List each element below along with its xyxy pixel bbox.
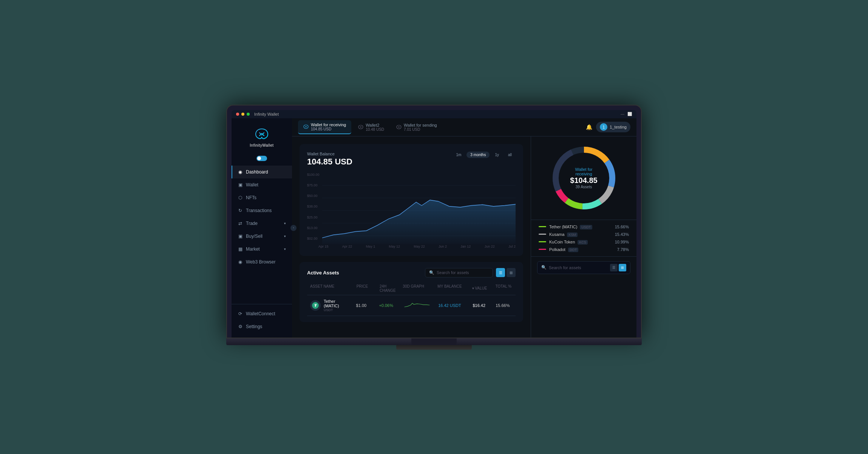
legend-dot-kusama <box>539 234 546 235</box>
x-label-7: Jan 12 <box>460 245 471 248</box>
content-area: Wallet Balance 104.85 USD 1m 3 months 1y… <box>292 136 636 338</box>
right-view-toggles: ☰ ⊞ <box>610 264 626 271</box>
nav-nfts[interactable]: ⬡ NFTs <box>232 191 292 204</box>
laptop-notch <box>411 338 457 345</box>
nav-settings[interactable]: ⚙ Settings <box>232 320 292 333</box>
wallet-tab-2-icon <box>358 124 363 130</box>
nav-dashboard[interactable]: ◉ Dashboard <box>232 166 292 178</box>
close-dot[interactable] <box>236 113 239 116</box>
tether-icon: ₮ <box>310 300 321 311</box>
asset-mini-chart <box>399 301 435 310</box>
trade-icon: ⇄ <box>238 221 243 226</box>
grid-view-button[interactable]: ⊞ <box>507 268 516 277</box>
legend-item-tether: Tether (MATIC) USDT 15.66% <box>539 225 629 229</box>
right-list-view-btn[interactable]: ☰ <box>610 264 618 271</box>
x-label-8: Jun 22 <box>485 245 495 248</box>
wallet-tab-1-name: Wallet for receiving <box>311 122 346 127</box>
legend-pct-kucoin: 10.99% <box>615 240 629 244</box>
walletconnect-icon: ⟳ <box>238 311 243 316</box>
legend-item-polkadot: Polkadot DOT 7.78% <box>539 247 629 252</box>
sidebar: InfinityWallet ◉ Dashboard ▣ Wallet ⬡ NF… <box>232 118 292 338</box>
time-all-button[interactable]: all <box>504 152 516 158</box>
list-view-button[interactable]: ☰ <box>496 268 505 277</box>
x-label-4: May 12 <box>389 245 400 248</box>
web3browser-icon: ◉ <box>238 259 243 265</box>
wallet-tab-1-icon <box>303 124 309 129</box>
wallet-tab-3-icon <box>396 124 402 130</box>
wallet-tab-2-amount: 10.48 USD <box>366 127 384 132</box>
nav-market-label: Market <box>246 246 260 252</box>
nfts-icon: ⬡ <box>238 195 243 200</box>
nav-web3browser[interactable]: ◉ Web3 Browser <box>232 256 292 268</box>
nav-market[interactable]: ▦ Market ▾ <box>232 243 292 256</box>
right-panel-search: 🔍 Search for assets ☰ ⊞ <box>531 256 636 279</box>
col-my-balance: MY BALANCE <box>434 284 469 293</box>
sidebar-bottom: ⟳ WalletConnect ⚙ Settings <box>232 304 292 333</box>
chart-x-labels: Apr 15 Apr 22 May 1 May 12 May 22 Jun 2 … <box>318 245 516 248</box>
user-badge[interactable]: 1 1_testing <box>596 122 630 132</box>
nav-buysell-label: Buy/Sell <box>246 234 263 239</box>
col-asset-name: ASSET NAME <box>307 284 354 293</box>
assets-title: Active Assets <box>307 270 339 276</box>
market-arrow-icon: ▾ <box>284 247 286 251</box>
search-icon: 🔍 <box>429 270 434 275</box>
svg-text:₮: ₮ <box>314 304 317 308</box>
view-toggles: ☰ ⊞ <box>496 268 516 277</box>
y-label-5: $50.00 <box>307 194 320 198</box>
balance-value: 104.85 USD <box>307 157 516 167</box>
right-panel: Wallet for receiving $104.85 39 Assets <box>531 136 636 338</box>
x-label-9: Jul 2 <box>508 245 516 248</box>
dashboard-icon: ◉ <box>238 169 243 175</box>
search-assets-right[interactable]: 🔍 Search for assets ☰ ⊞ <box>537 261 630 274</box>
sidebar-collapse-button[interactable]: ‹ <box>290 225 297 231</box>
time-1m-button[interactable]: 1m <box>452 152 465 158</box>
chart-section: Wallet Balance 104.85 USD 1m 3 months 1y… <box>300 144 523 256</box>
title-bar-text: Infinity Wallet <box>254 112 279 116</box>
laptop-base <box>226 338 642 345</box>
title-bar: Infinity Wallet — ⬜ <box>232 110 636 118</box>
maximize-dot[interactable] <box>247 113 250 116</box>
legend-name-polkadot: Polkadot DOT <box>549 247 614 252</box>
nav-web3browser-label: Web3 Browser <box>246 259 275 265</box>
nav-trade[interactable]: ⇄ Trade ▾ <box>232 217 292 230</box>
search-assets-input[interactable]: 🔍 Search for assets <box>425 268 493 277</box>
time-3months-button[interactable]: 3 months <box>466 152 490 158</box>
time-filters: 1m 3 months 1y all <box>452 152 516 158</box>
header-right: 🔔 1 1_testing <box>586 122 630 132</box>
time-1y-button[interactable]: 1y <box>491 152 503 158</box>
restore-icon[interactable]: ⬜ <box>627 112 632 116</box>
y-label-3: $25.00 <box>307 215 320 219</box>
y-label-6: $75.00 <box>307 183 320 187</box>
user-avatar: 1 <box>600 123 607 131</box>
wallet-tab-3[interactable]: Wallet for sending 7.01 USD <box>391 121 442 134</box>
nav-wallet[interactable]: ▣ Wallet <box>232 178 292 191</box>
right-grid-view-btn[interactable]: ⊞ <box>619 264 626 271</box>
wallet-tab-1-info: Wallet for receiving 104.85 USD <box>311 122 346 131</box>
wallet-tab-2-name: Wallet2 <box>366 123 384 127</box>
user-name: 1_testing <box>610 125 627 129</box>
header-tabs: Wallet for receiving 104.85 USD Wallet2 … <box>292 118 636 136</box>
minimize-dot[interactable] <box>241 113 244 116</box>
nav-transactions[interactable]: ↻ Transactions <box>232 204 292 217</box>
transactions-icon: ↻ <box>238 208 243 213</box>
legend-item-kucoin: KuCoin Token KCS 10.99% <box>539 240 629 244</box>
wallet-tab-1[interactable]: Wallet for receiving 104.85 USD <box>298 120 351 134</box>
col-value: ▾ VALUE <box>469 284 492 293</box>
legend-pct-kusama: 15.43% <box>615 232 629 237</box>
legend-dot-kucoin <box>539 241 546 242</box>
theme-toggle[interactable] <box>256 156 267 161</box>
wallet-tab-2[interactable]: Wallet2 10.48 USD <box>353 121 389 134</box>
legend-dot-polkadot <box>539 249 546 250</box>
legend-name-kucoin: KuCoin Token KCS <box>549 240 612 244</box>
nav-walletconnect[interactable]: ⟳ WalletConnect <box>232 307 292 320</box>
nav-buysell[interactable]: ▣ Buy/Sell ▾ <box>232 230 292 243</box>
nav-transactions-label: Transactions <box>246 208 272 213</box>
notification-icon[interactable]: 🔔 <box>586 124 592 130</box>
col-30d-graph: 30D GRAPH <box>400 284 434 293</box>
logo-area: InfinityWallet <box>232 123 292 153</box>
logo-text: InfinityWallet <box>250 143 273 147</box>
minimize-icon[interactable]: — <box>621 112 624 116</box>
asset-name-cell: ₮ Tether (MATIC) USDT <box>307 299 353 312</box>
asset-value: $16.42 <box>470 303 493 308</box>
toggle-area <box>232 153 292 166</box>
